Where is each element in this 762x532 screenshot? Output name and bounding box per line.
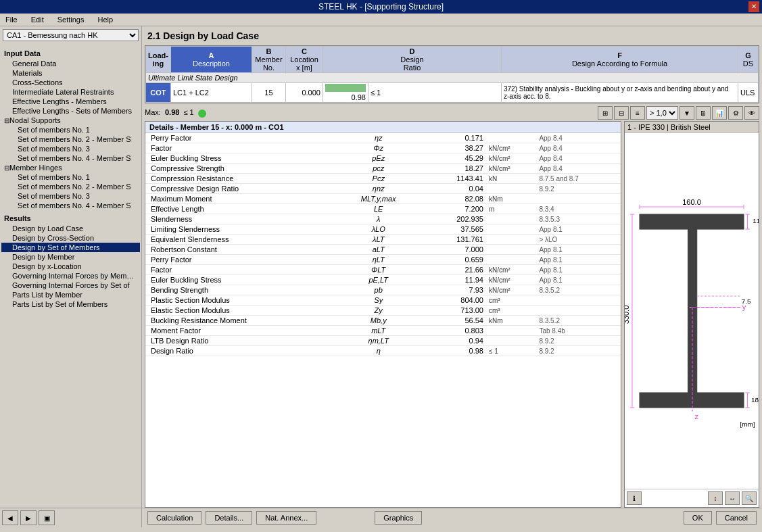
- tree-nodal-supports-group[interactable]: Nodal Supports: [1, 116, 140, 125]
- detail-symbol: pb: [341, 285, 416, 295]
- tree-result-set-of-members[interactable]: Design by Set of Members: [1, 243, 140, 252]
- calculation-button[interactable]: Calculation: [147, 511, 201, 525]
- svg-rect-1: [688, 229, 697, 393]
- tree-materials[interactable]: Materials: [1, 68, 140, 78]
- cancel-button[interactable]: Cancel: [716, 511, 757, 525]
- tree-general-data[interactable]: General Data: [1, 59, 140, 68]
- tree-effective-lengths-members[interactable]: Effective Lengths - Members: [1, 97, 140, 106]
- details-row: Effective LengthLE7.200m8.3.4: [145, 204, 621, 214]
- menu-help[interactable]: Help: [95, 15, 116, 24]
- tree-nodal-set3[interactable]: Set of members No. 3: [1, 144, 140, 153]
- detail-unit: [486, 214, 536, 224]
- col-f-header: FDesign According to Formula: [502, 47, 738, 73]
- details-row: Moment FactormLT0.803Tab 8.4b: [145, 326, 621, 336]
- cs-btn3[interactable]: 🔍: [742, 491, 757, 505]
- details-row: Equivalent SlendernessλLT131.761> λLO: [145, 235, 621, 245]
- tree-result-load-case[interactable]: Design by Load Case: [1, 224, 140, 233]
- detail-unit: [486, 184, 536, 194]
- detail-ref: 8.7.5 and 8.7: [536, 174, 621, 184]
- detail-ref: App 8.4: [536, 164, 621, 174]
- tree-nodal-set2[interactable]: Set of members No. 2 - Member S: [1, 135, 140, 144]
- cs-btn1[interactable]: ↕: [708, 491, 723, 505]
- detail-unit: kN/cm²: [486, 265, 536, 275]
- details-button[interactable]: Details...: [206, 511, 252, 525]
- detail-label: Perry Factor: [145, 255, 341, 265]
- tree-member-hinges-group[interactable]: Member Hinges: [1, 163, 140, 172]
- toolbar-btn6[interactable]: 📊: [712, 106, 727, 120]
- formula-cell: 372) Stability analysis - Buckling about…: [502, 83, 738, 103]
- tree-result-parts-member[interactable]: Parts List by Member: [1, 290, 140, 299]
- left-btn2[interactable]: ▶: [20, 510, 37, 525]
- graphics-button[interactable]: Graphics: [375, 511, 422, 525]
- detail-value: 0.803: [416, 326, 486, 336]
- detail-ref: App 8.1: [536, 265, 621, 275]
- tree-hinges-set2[interactable]: Set of members No. 2 - Member S: [1, 182, 140, 191]
- toolbar-filter-btn[interactable]: ▼: [680, 106, 694, 120]
- details-row: Euler Buckling StresspE,LT11.94kN/cm²App…: [145, 275, 621, 285]
- tree-nodal-set1[interactable]: Set of members No. 1: [1, 125, 140, 135]
- details-left-panel: Details - Member 15 - x: 0.000 m - CO1 P…: [145, 121, 621, 508]
- nat-annex-button[interactable]: Nat. Annex...: [256, 511, 316, 525]
- detail-symbol: λLO: [341, 224, 416, 235]
- detail-label: Compression Resistance: [145, 174, 341, 184]
- details-row: Euler Buckling StresspEz45.29kN/cm²App 8…: [145, 153, 621, 164]
- tree-result-cross-section[interactable]: Design by Cross-Section: [1, 233, 140, 243]
- detail-unit: kN/cm²: [486, 164, 536, 174]
- tree-hinges-set4[interactable]: Set of members No. 4 - Member S: [1, 201, 140, 210]
- toolbar-btn2[interactable]: ⊟: [614, 106, 629, 120]
- max-label: Max: 0.98 ≤ 1: [145, 108, 206, 117]
- design-ratio-value: 0.98: [352, 93, 366, 101]
- close-button[interactable]: ✕: [748, 1, 759, 12]
- location-x-cell: 0.000: [285, 83, 323, 103]
- toolbar-btn3[interactable]: ≡: [630, 106, 645, 120]
- detail-label: LTB Design Ratio: [145, 336, 341, 346]
- menu-file[interactable]: File: [3, 15, 20, 24]
- filter-select[interactable]: > 1,0: [646, 106, 678, 120]
- toolbar-btn8[interactable]: 👁: [744, 106, 759, 120]
- toolbar-btn7[interactable]: ⚙: [728, 106, 743, 120]
- cs-btn2[interactable]: ↔: [725, 491, 740, 505]
- left-btn3[interactable]: ▣: [39, 510, 55, 525]
- details-row: Design Ratioη0.98≤ 18.9.2: [145, 346, 621, 356]
- tree-result-governing-set[interactable]: Governing Internal Forces by Set of: [1, 281, 140, 290]
- details-row: Bending Strengthpb7.93kN/cm²8.3.5.2: [145, 285, 621, 295]
- details-row: FactorΦz38.27kN/cm²App 8.4: [145, 143, 621, 153]
- col-loading-header: Load-ing: [146, 47, 171, 73]
- info-button[interactable]: ℹ: [627, 491, 642, 505]
- toolbar-btn5[interactable]: 🗎: [696, 106, 711, 120]
- tree-result-parts-set[interactable]: Parts List by Set of Members: [1, 299, 140, 309]
- detail-unit: kN/cm²: [486, 285, 536, 295]
- left-btn1[interactable]: ◀: [2, 510, 18, 525]
- ok-button[interactable]: OK: [684, 511, 712, 525]
- toolbar-btn1[interactable]: ⊞: [598, 106, 613, 120]
- ca-select[interactable]: CA1 - Bemessung nach HK: [3, 29, 139, 41]
- detail-ref: App 8.4: [536, 143, 621, 153]
- menu-edit[interactable]: Edit: [28, 15, 47, 24]
- detail-label: Robertson Constant: [145, 245, 341, 255]
- tree-result-member[interactable]: Design by Member: [1, 252, 140, 262]
- tree-result-governing-member[interactable]: Governing Internal Forces by Membe: [1, 271, 140, 281]
- uls-row: Ultimate Limit State Design: [146, 73, 759, 83]
- menu-settings[interactable]: Settings: [55, 15, 87, 24]
- tree-cross-sections[interactable]: Cross-Sections: [1, 78, 140, 87]
- details-row: Elastic Section ModulusZy713.00cm³: [145, 306, 621, 316]
- tree-hinges-set1[interactable]: Set of members No. 1: [1, 172, 140, 182]
- member-hinges-expand-icon: [4, 164, 9, 172]
- menu-bar: File Edit Settings Help: [0, 14, 762, 26]
- detail-ref: 8.9.2: [536, 336, 621, 346]
- detail-ref: > λLO: [536, 235, 621, 245]
- tree-hinges-set3[interactable]: Set of members No. 3: [1, 191, 140, 201]
- detail-ref: 8.3.5.2: [536, 316, 621, 326]
- detail-symbol: LE: [341, 204, 416, 214]
- tree-effective-lengths-sets[interactable]: Effective Lengths - Sets of Members: [1, 106, 140, 116]
- detail-unit: kN: [486, 174, 536, 184]
- left-panel: CA1 - Bemessung nach HK Input Data Gener…: [0, 26, 142, 527]
- uls-label: Ultimate Limit State Design: [146, 73, 759, 83]
- tree-result-x-location[interactable]: Design by x-Location: [1, 262, 140, 271]
- tree-nodal-set4[interactable]: Set of members No. 4 - Member S: [1, 153, 140, 163]
- detail-symbol: Pcz: [341, 174, 416, 184]
- tree-intermediate-lateral[interactable]: Intermediate Lateral Restraints: [1, 87, 140, 97]
- details-row: Robertson ConstantaLT7.000App 8.1: [145, 245, 621, 255]
- detail-label: Factor: [145, 265, 341, 275]
- detail-label: Euler Buckling Stress: [145, 153, 341, 164]
